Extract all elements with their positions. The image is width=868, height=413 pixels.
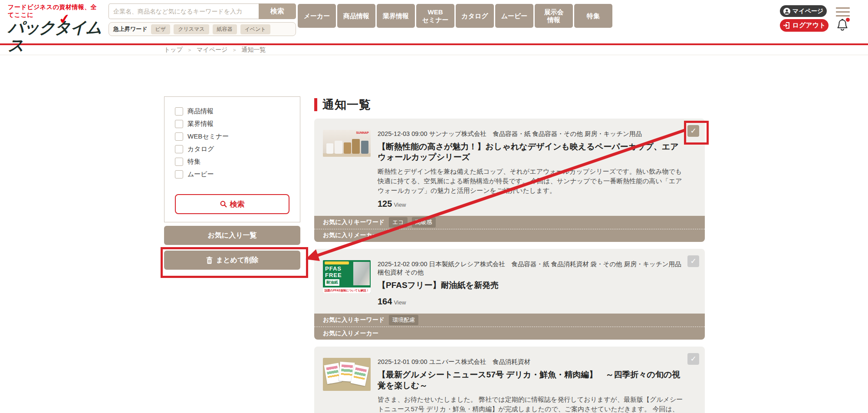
- notification-thumbnail[interactable]: SUNNAP: [323, 130, 371, 157]
- notification-body: 断熱性とデザイン性を兼ね備えた紙コップ、それがエアウォールカップシリーズです。熱…: [378, 167, 685, 196]
- notification-title[interactable]: 【断熱性能の高さが魅力！】おしゃれなデザインも映えるペーパーカップ、エアウォール…: [378, 142, 685, 163]
- filter-search-label: 検索: [230, 199, 245, 209]
- filter-row: 特集: [175, 157, 289, 166]
- menu-icon[interactable]: [836, 7, 850, 17]
- filter-label: 業界情報: [187, 120, 214, 128]
- notification-card: ✓ 2025-12-01 09:00 ユニバース株式会社 食品消耗資材 【最新グ…: [314, 347, 705, 413]
- logo-text: パックタイムス: [8, 19, 103, 54]
- page: フードビジネスの資材情報、全てここに パックタイムス ✔ 検索 急上昇ワード ピ…: [0, 0, 868, 413]
- nav-industry-info[interactable]: 業界情報: [377, 4, 415, 28]
- filter-checkbox-product-info[interactable]: [175, 107, 183, 116]
- filter-label: 商品情報: [187, 107, 214, 116]
- notification-title[interactable]: 【PFASフリー】耐油紙を新発売: [378, 280, 685, 291]
- trending-tag[interactable]: クリスマス: [174, 24, 209, 34]
- notification-thumbnail[interactable]: [323, 358, 371, 391]
- notification-card-body: ✓ 2025-12-01 09:00 ユニバース株式会社 食品消耗資材 【最新グ…: [314, 347, 705, 413]
- nav-maker[interactable]: メーカー: [298, 4, 336, 28]
- thumbnail-decoration: [344, 142, 351, 154]
- nav-web-seminar[interactable]: WEB セミナー: [416, 4, 454, 28]
- thumbnail-decoration: [325, 261, 349, 264]
- nav-feature[interactable]: 特集: [574, 4, 612, 28]
- view-count-number: 125: [378, 199, 392, 209]
- filter-row: 業界情報: [175, 119, 289, 129]
- filter-search-button[interactable]: 検索: [175, 194, 289, 214]
- keyword-tag[interactable]: 環境配慮: [389, 315, 418, 325]
- view-count-label: View: [394, 299, 406, 306]
- nav-product-info[interactable]: 商品情報: [337, 4, 375, 28]
- thumbnail-decoration: [323, 153, 371, 157]
- site-logo[interactable]: フードビジネスの資材情報、全てここに パックタイムス ✔: [8, 3, 103, 54]
- search-input[interactable]: [108, 3, 259, 19]
- favorites-list-label: お気に入り一覧: [207, 231, 256, 240]
- favorite-keywords-row: お気に入りキーワード エコ 高級感: [314, 216, 705, 229]
- favorites-list-button[interactable]: お気に入り一覧: [164, 226, 300, 245]
- notification-meta: 2025-12-01 09:00 ユニバース株式会社 食品消耗資材: [378, 358, 685, 367]
- filter-checkbox-industry-info[interactable]: [175, 120, 183, 128]
- mypage-button[interactable]: マイページ: [780, 5, 827, 17]
- bulk-delete-button[interactable]: まとめて削除: [164, 251, 300, 270]
- filter-checkbox-web-seminar[interactable]: [175, 132, 183, 141]
- notification-card-body: ✓ PFAS FREE 耐油紙 話題のPFAS規制についても解説！ 2025-1…: [314, 249, 705, 314]
- thumbnail-caption: 話題のPFAS規制についても解説！: [323, 287, 371, 293]
- favorite-maker-label: お気に入りメーカー: [323, 231, 378, 239]
- bulk-delete-label: まとめて削除: [216, 256, 259, 265]
- breadcrumb-current: 通知一覧: [241, 46, 266, 54]
- thumbnail-brand-text: SUNNAP: [356, 131, 369, 134]
- notification-filter-panel: 商品情報 業界情報 WEBセミナー カタログ 特集 ムービー 検索: [164, 96, 300, 222]
- logo-tagline: フードビジネスの資材情報、全てここに: [8, 3, 103, 19]
- view-count: 125 View: [378, 199, 685, 209]
- notification-select-checkbox[interactable]: ✓: [687, 125, 699, 137]
- page-title-text: 通知一覧: [322, 97, 371, 112]
- thumbnail-decoration: [361, 141, 368, 154]
- filter-checkbox-feature[interactable]: [175, 158, 183, 166]
- logout-icon: [783, 22, 790, 29]
- trending-tag[interactable]: ピザ: [151, 24, 171, 34]
- keyword-tag[interactable]: 高級感: [412, 217, 436, 228]
- main-nav: メーカー 商品情報 業界情報 WEB セミナー カタログ ムービー 展示会 情報…: [298, 4, 612, 28]
- notification-badge: [846, 18, 850, 22]
- filter-checkbox-catalog[interactable]: [175, 145, 183, 153]
- filter-row: カタログ: [175, 144, 289, 154]
- trending-tag[interactable]: 紙容器: [213, 24, 237, 34]
- trending-tag[interactable]: イベント: [240, 24, 270, 34]
- notification-thumbnail[interactable]: PFAS FREE 耐油紙 話題のPFAS規制についても解説！: [323, 260, 371, 293]
- thumbnail-decoration: [351, 364, 369, 386]
- search-button[interactable]: 検索: [259, 3, 296, 19]
- logo-check-icon: ✔: [58, 10, 71, 27]
- favorite-maker-label: お気に入りメーカー: [323, 330, 378, 337]
- notification-content: 2025-12-03 09:00 サンナップ株式会社 食品容器・紙 食品容器・そ…: [378, 130, 685, 209]
- favorite-keywords-row: お気に入りキーワード 環境配慮: [314, 314, 705, 327]
- notification-select-checkbox[interactable]: ✓: [687, 255, 699, 267]
- filter-label: WEBセミナー: [187, 132, 229, 141]
- notification-title[interactable]: 【最新グルメシートニュース57号 デリカ・鮮魚・精肉編】 ～四季折々の旬の視覚を…: [378, 370, 685, 391]
- header: フードビジネスの資材情報、全てここに パックタイムス ✔ 検索 急上昇ワード ピ…: [0, 0, 868, 45]
- notification-card-footer: お気に入りキーワード 環境配慮 お気に入りメーカー: [314, 314, 705, 340]
- nav-catalog[interactable]: カタログ: [456, 4, 494, 28]
- page-title: 通知一覧: [314, 97, 705, 112]
- keyword-tag[interactable]: エコ: [389, 217, 408, 228]
- filter-label: ムービー: [187, 170, 214, 178]
- view-count-label: View: [394, 202, 406, 208]
- notification-card: ✓ PFAS FREE 耐油紙 話題のPFAS規制についても解説！ 2025-1…: [314, 249, 705, 340]
- nav-exhibition-info[interactable]: 展示会 情報: [535, 4, 573, 28]
- notification-list-section: 通知一覧 ✓ SUNNAP 2025-12-03 09:00 サンナップ株式会社…: [314, 97, 705, 413]
- view-count-number: 164: [378, 297, 392, 307]
- thumbnail-text: FREE: [325, 272, 342, 278]
- notification-card: ✓ SUNNAP 2025-12-03 09:00 サンナップ株式会社 食品容器…: [314, 119, 705, 242]
- search-icon: [220, 201, 227, 208]
- breadcrumb-top[interactable]: トップ: [164, 46, 183, 54]
- favorite-keywords-label: お気に入りキーワード: [323, 316, 385, 324]
- notification-card-body: ✓ SUNNAP 2025-12-03 09:00 サンナップ株式会社 食品容器…: [314, 119, 705, 216]
- notification-meta: 2025-12-02 09:00 日本製紙クレシア株式会社 食品容器・紙 食品消…: [378, 260, 685, 277]
- breadcrumb-separator: ＞: [232, 46, 237, 54]
- nav-movie[interactable]: ムービー: [495, 4, 533, 28]
- logout-button[interactable]: ログアウト: [780, 19, 829, 32]
- view-count: 164 View: [378, 297, 685, 307]
- filter-checkbox-movie[interactable]: [175, 170, 183, 178]
- mypage-label: マイページ: [792, 7, 823, 15]
- notification-meta: 2025-12-03 09:00 サンナップ株式会社 食品容器・紙 食品容器・そ…: [378, 130, 685, 139]
- thumbnail-decoration: [353, 262, 370, 285]
- notification-select-checkbox[interactable]: ✓: [687, 353, 699, 365]
- notification-bell-icon[interactable]: [836, 18, 849, 31]
- breadcrumb-mypage[interactable]: マイページ: [197, 46, 227, 54]
